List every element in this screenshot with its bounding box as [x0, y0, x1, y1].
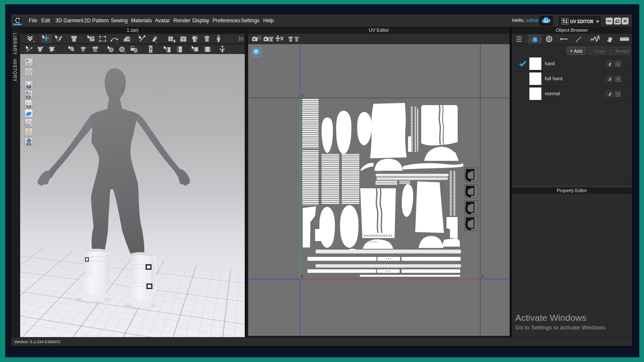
svg-text:0: 0	[301, 274, 303, 278]
svg-text:1: 1	[482, 274, 484, 278]
svg-text:1: 1	[301, 93, 304, 97]
